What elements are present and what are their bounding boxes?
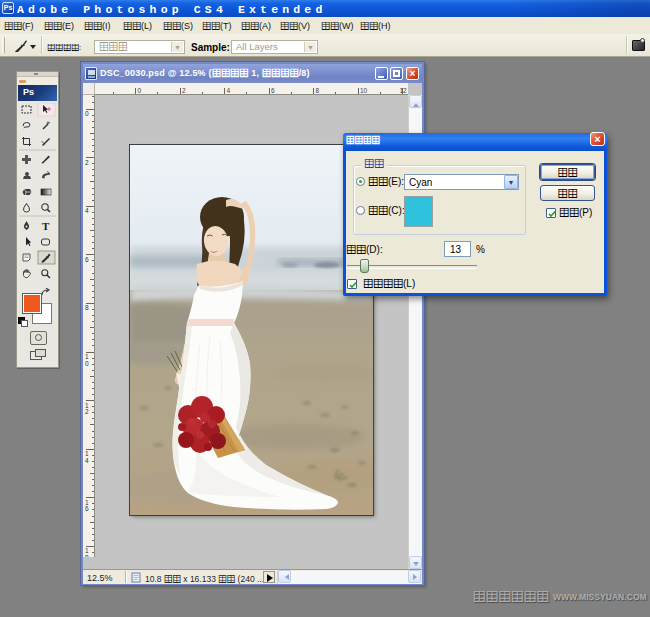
svg-text:6: 6 (85, 505, 89, 512)
svg-text:4: 4 (85, 457, 89, 464)
svg-text:4: 4 (227, 87, 231, 94)
svg-text:T: T (42, 220, 50, 232)
svg-text:0: 0 (85, 360, 89, 367)
svg-text:4: 4 (85, 207, 89, 214)
svg-text:6: 6 (85, 256, 89, 263)
svg-text:6: 6 (271, 87, 275, 94)
svg-text:2: 2 (182, 87, 186, 94)
svg-text:8: 8 (316, 87, 320, 94)
svg-text:2: 2 (85, 159, 89, 166)
svg-text:2: 2 (85, 408, 89, 415)
svg-text:0: 0 (85, 110, 89, 117)
svg-text:8: 8 (85, 554, 89, 557)
svg-text:12: 12 (400, 87, 408, 94)
svg-text:10: 10 (360, 87, 368, 94)
svg-text:0: 0 (138, 87, 142, 94)
svg-text:8: 8 (85, 304, 89, 311)
